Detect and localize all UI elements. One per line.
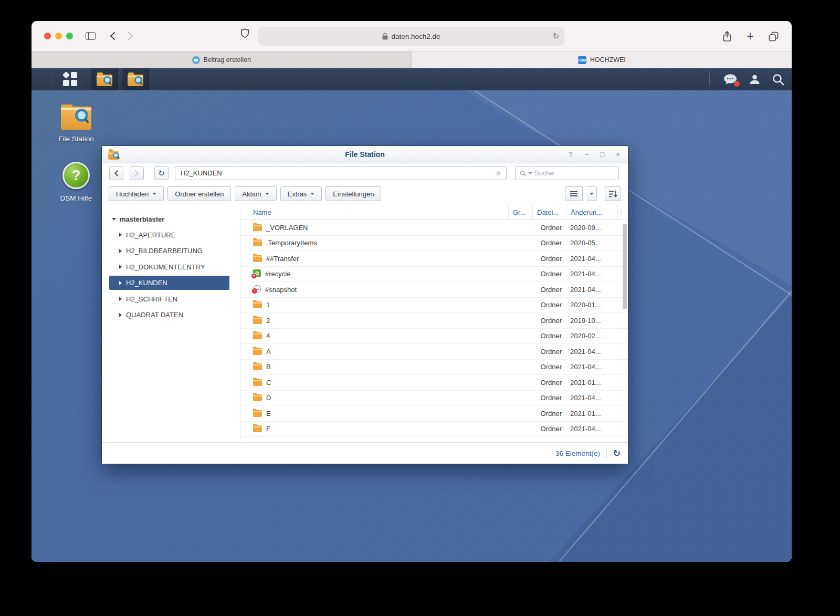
close-window-button[interactable] [44, 33, 51, 39]
folder-tree-sidebar: masterblaster H2_APERTURE H2_BILDBEARBEI… [102, 205, 240, 442]
back-button[interactable] [103, 28, 121, 44]
share-button[interactable] [718, 28, 736, 44]
chevron-right-icon[interactable] [119, 265, 122, 269]
help-button[interactable]: ? [567, 150, 574, 159]
file-row[interactable]: #recycle Ordner 2021-04... [240, 267, 628, 283]
minimize-window-button[interactable] [55, 33, 62, 39]
sidebar-toggle-button[interactable] [81, 28, 99, 44]
chevron-right-icon[interactable] [119, 297, 122, 301]
toolbar-button-label: Hochladen [116, 190, 149, 198]
file-date: 2021-04... [566, 255, 617, 263]
nav-forward-button[interactable] [130, 166, 144, 180]
column-header-date[interactable]: Änderun... [566, 205, 617, 220]
file-type: Ordner [532, 425, 566, 433]
tree-item[interactable]: H2_APERTURE [109, 228, 229, 242]
file-date: 2020-05... [566, 239, 617, 247]
file-row[interactable]: 1 Ordner 2020-01... [240, 298, 628, 314]
list-header: Name Gr... Datei... Änderun... ⋮ [240, 205, 628, 220]
scrollbar-thumb[interactable] [623, 224, 627, 309]
search-box[interactable] [515, 166, 619, 180]
chevron-right-icon[interactable] [119, 249, 122, 253]
file-station-window: File Station ? − □ × [101, 145, 628, 464]
file-row[interactable]: 4 Ordner 2020-02... [240, 329, 628, 344]
file-date: 2020-02... [566, 332, 617, 340]
desktop-icon-dsm-hilfe[interactable]: ? DSM Hilfe [42, 162, 110, 202]
toolbar-button[interactable]: Einstellungen [326, 186, 381, 201]
dsm-taskbar [32, 68, 792, 90]
taskbar-file-station-2[interactable] [122, 68, 149, 90]
tab-overview-button[interactable] [764, 28, 782, 44]
file-row[interactable]: E Ordner 2021-01... [240, 406, 628, 422]
column-options-icon[interactable]: ⋮ [617, 205, 626, 220]
file-row[interactable]: F Ordner 2021-04... [240, 422, 628, 437]
maximize-button[interactable]: □ [598, 150, 606, 159]
toolbar-button[interactable]: Hochladen [109, 186, 164, 201]
tree-root-masterblaster[interactable]: masterblaster [102, 212, 240, 226]
file-row[interactable]: #snapshot Ordner 2021-04... [240, 282, 628, 298]
search-button[interactable] [772, 74, 784, 86]
search-input[interactable] [534, 169, 614, 177]
search-options-caret-icon[interactable] [528, 172, 532, 174]
tree-item[interactable]: H2_KUNDEN [109, 276, 229, 290]
minimize-button[interactable]: − [583, 150, 590, 159]
tab-hochzwei[interactable]: DSM HOCHZWEI [412, 51, 792, 68]
sort-button[interactable] [605, 186, 621, 201]
tree-root-label: masterblaster [120, 215, 164, 223]
file-row[interactable]: D Ordner 2021-04... [240, 391, 628, 406]
toolbar-button[interactable]: Ordner erstellen [167, 186, 231, 201]
tab-label: Beitrag erstellen [204, 56, 251, 64]
file-name: C [266, 379, 271, 387]
chevron-right-icon[interactable] [119, 313, 122, 317]
file-row[interactable]: _VORLAGEN Ordner 2020-09... [240, 220, 628, 236]
sidebar-icon [86, 32, 96, 40]
forward-chevron-icon [127, 32, 134, 40]
toolbar-button[interactable]: Aktion [235, 186, 276, 201]
file-row[interactable]: A Ordner 2021-04... [240, 344, 628, 360]
forward-button[interactable] [121, 28, 139, 44]
main-menu-button[interactable] [52, 68, 87, 90]
chevron-right-icon[interactable] [119, 281, 122, 285]
chevron-down-icon[interactable] [112, 218, 116, 221]
column-header-type[interactable]: Datei... [532, 205, 566, 220]
file-row[interactable]: ##Transfer Ordner 2021-04... [240, 251, 628, 267]
file-row[interactable]: 2 Ordner 2019-10... [240, 313, 628, 329]
list-view-button[interactable] [565, 186, 583, 201]
file-date: 2021-04... [566, 270, 617, 278]
tree-item[interactable]: H2_BILDBEARBEITUNG [109, 244, 229, 258]
tree-item[interactable]: H2_DOKUMENTEENTRY [109, 260, 229, 274]
tree-item-label: H2_SCHRIFTEN [126, 295, 177, 303]
file-name: F [266, 425, 270, 433]
user-menu-button[interactable] [749, 73, 761, 86]
file-row[interactable]: B Ordner 2021-04... [240, 360, 628, 375]
taskbar-file-station-1[interactable] [91, 68, 118, 90]
nav-refresh-button[interactable]: ↻ [154, 166, 169, 180]
zoom-window-button[interactable] [66, 33, 73, 39]
favorite-star-icon[interactable]: ★ [495, 169, 502, 178]
forward-chevron-icon [134, 170, 139, 176]
path-bar[interactable]: ★ [175, 166, 507, 180]
desktop-icon-file-station[interactable]: File Station [42, 102, 110, 143]
tab-beitrag-erstellen[interactable]: Beitrag erstellen [32, 51, 412, 68]
file-type: Ordner [532, 379, 566, 387]
chevron-right-icon[interactable] [119, 233, 122, 237]
tree-item[interactable]: H2_SCHRIFTEN [109, 292, 229, 306]
close-button[interactable]: × [614, 150, 622, 159]
file-type: Ordner [532, 270, 566, 278]
new-tab-button[interactable]: + [741, 28, 759, 44]
file-row[interactable]: C Ordner 2021-01... [240, 375, 628, 391]
file-row[interactable]: .TemporaryItems Ordner 2020-05... [240, 236, 628, 252]
reload-icon[interactable]: ↻ [552, 32, 559, 41]
file-type: Ordner [532, 224, 566, 232]
refresh-list-button[interactable]: ↻ [613, 448, 621, 459]
nav-back-button[interactable] [109, 166, 123, 180]
notifications-button[interactable] [723, 74, 737, 85]
column-header-name[interactable]: Name [253, 205, 508, 220]
file-date: 2021-01... [566, 379, 617, 387]
file-name: #snapshot [265, 286, 297, 294]
toolbar-button[interactable]: Extras [280, 186, 322, 201]
address-bar[interactable]: daten.hoch2.de ↻ [258, 27, 564, 46]
column-header-size[interactable]: Gr... [508, 205, 532, 220]
view-options-button[interactable] [586, 186, 597, 201]
tree-item[interactable]: QUADRAT DATEN [109, 308, 229, 322]
path-input[interactable] [175, 169, 506, 177]
